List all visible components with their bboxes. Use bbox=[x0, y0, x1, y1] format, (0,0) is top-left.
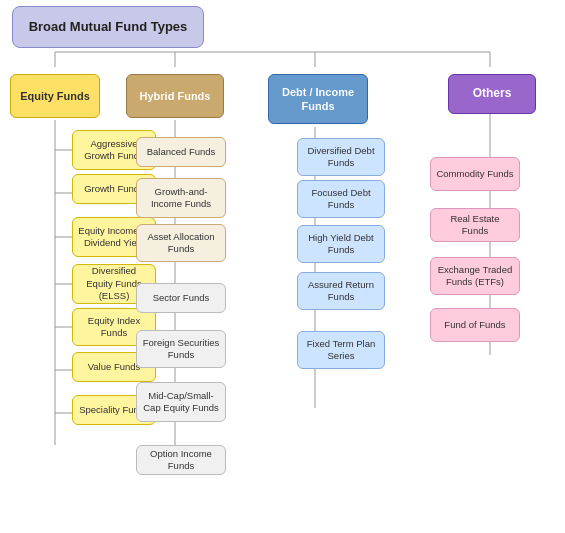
debt-header: Debt / Income Funds bbox=[268, 74, 368, 124]
others-item-3: Fund of Funds bbox=[430, 308, 520, 342]
hybrid-item-2: Asset Allocation Funds bbox=[136, 224, 226, 262]
hybrid-item-5: Mid-Cap/Small-Cap Equity Funds bbox=[136, 382, 226, 422]
debt-item-0: Diversified Debt Funds bbox=[297, 138, 385, 176]
hybrid-header: Hybrid Funds bbox=[126, 74, 224, 118]
hybrid-item-3: Sector Funds bbox=[136, 283, 226, 313]
hybrid-item-0: Balanced Funds bbox=[136, 137, 226, 167]
hybrid-item-1: Growth-and-Income Funds bbox=[136, 178, 226, 218]
debt-item-1: Focused Debt Funds bbox=[297, 180, 385, 218]
hybrid-item-6: Option Income Funds bbox=[136, 445, 226, 475]
debt-item-4: Fixed Term Plan Series bbox=[297, 331, 385, 369]
chart-title: Broad Mutual Fund Types bbox=[12, 6, 204, 48]
others-item-2: Exchange Traded Funds (ETFs) bbox=[430, 257, 520, 295]
debt-item-3: Assured Return Funds bbox=[297, 272, 385, 310]
equity-header: Equity Funds bbox=[10, 74, 100, 118]
others-header: Others bbox=[448, 74, 536, 114]
others-item-0: Commodity Funds bbox=[430, 157, 520, 191]
hybrid-item-4: Foreign Securities Funds bbox=[136, 330, 226, 368]
others-item-1: Real Estate Funds bbox=[430, 208, 520, 242]
debt-item-2: High Yield Debt Funds bbox=[297, 225, 385, 263]
chart-container: Broad Mutual Fund Types Equity Funds Agg… bbox=[0, 0, 565, 533]
